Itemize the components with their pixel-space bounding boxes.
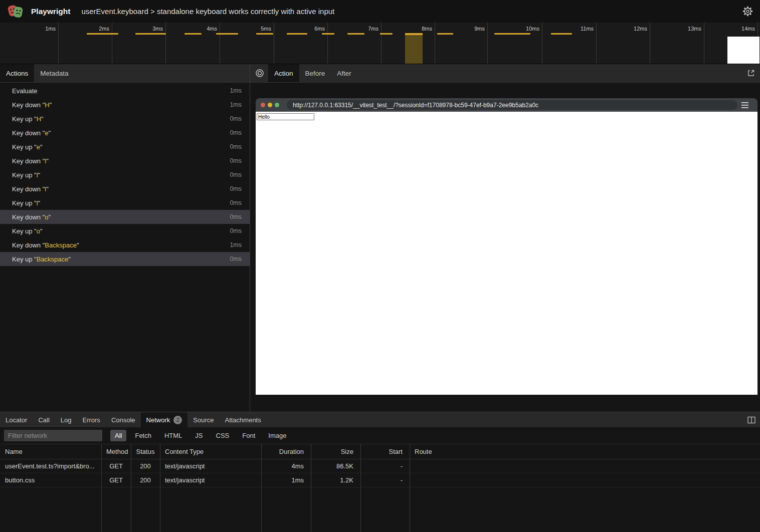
action-row[interactable]: Key down "e" 0ms xyxy=(0,126,250,140)
action-label: Evaluate "" xyxy=(12,87,38,95)
timeline-action-tick[interactable] xyxy=(437,33,453,35)
network-cell: text/javascript xyxy=(160,462,261,470)
tab-locator[interactable]: Locator xyxy=(0,412,33,427)
network-cell: 200 xyxy=(131,462,160,470)
playwright-logo-icon xyxy=(7,4,25,20)
tab-call[interactable]: Call xyxy=(33,412,55,427)
action-duration: 0ms xyxy=(230,199,242,206)
action-row[interactable]: Key up "l" 0ms xyxy=(0,168,250,182)
action-row[interactable]: Key down "Backspace" 1ms xyxy=(0,238,250,252)
column-divider xyxy=(261,444,262,532)
filter-chip-fetch[interactable]: Fetch xyxy=(130,430,156,441)
action-row[interactable]: Key up "Backspace" 0ms xyxy=(0,252,250,266)
filter-chip-all[interactable]: All xyxy=(110,430,126,441)
tab-source[interactable]: Source xyxy=(187,412,219,427)
timeline-action-tick[interactable] xyxy=(322,33,334,35)
snapshot-area: http://127.0.0.1:63315/__vitest_test__/?… xyxy=(250,83,760,412)
timeline-selected-range[interactable] xyxy=(405,33,423,64)
action-row[interactable]: Evaluate "" 1ms xyxy=(0,84,250,98)
action-label: Key up "l" xyxy=(12,171,40,179)
tab-console[interactable]: Console xyxy=(106,412,141,427)
action-label: Key up "e" xyxy=(12,143,43,151)
column-header-status: Status xyxy=(131,448,160,455)
open-external-icon[interactable] xyxy=(747,64,760,82)
tab-after[interactable]: After xyxy=(331,64,357,82)
tab-metadata[interactable]: Metadata xyxy=(34,64,74,82)
traffic-light-yellow-icon xyxy=(268,103,272,107)
timeline-gridline xyxy=(704,23,704,64)
filter-chip-css[interactable]: CSS xyxy=(212,430,234,441)
timeline-action-tick[interactable] xyxy=(287,33,307,35)
action-duration: 1ms xyxy=(230,101,242,108)
timeline-gridline xyxy=(274,23,274,64)
action-row[interactable]: Key up "H" 0ms xyxy=(0,112,250,126)
action-row[interactable]: Key down "l" 0ms xyxy=(0,182,250,196)
actions-tabbar: ActionsMetadata xyxy=(0,64,250,83)
timeline-gridline xyxy=(165,23,166,64)
filter-chip-js[interactable]: JS xyxy=(191,430,207,441)
timeline-action-tick[interactable] xyxy=(380,33,393,35)
pick-locator-icon[interactable] xyxy=(253,64,268,82)
tab-network[interactable]: Network 2 xyxy=(141,412,188,427)
network-cell: GET xyxy=(101,462,131,470)
tab-actions[interactable]: Actions xyxy=(0,64,34,82)
action-row[interactable]: Key up "e" 0ms xyxy=(0,140,250,154)
timeline-time-label: 12ms xyxy=(634,26,647,32)
column-divider xyxy=(311,444,311,532)
action-duration: 0ms xyxy=(230,157,242,164)
action-row[interactable]: Key down "H" 1ms xyxy=(0,98,250,112)
action-label: Key down "Backspace" xyxy=(12,241,79,249)
snapshot-page xyxy=(256,112,757,395)
timeline-strip[interactable]: 1ms2ms3ms4ms5ms6ms7ms8ms9ms10ms11ms12ms1… xyxy=(0,23,760,64)
network-table: NameMethodStatusContent TypeDurationSize… xyxy=(0,444,760,532)
tab-attachments[interactable]: Attachments xyxy=(219,412,266,427)
column-header-method: Method xyxy=(101,448,131,455)
action-label: Key down "l" xyxy=(12,157,49,165)
timeline-action-tick[interactable] xyxy=(494,33,530,35)
filter-chip-image[interactable]: Image xyxy=(264,430,291,441)
settings-gear-icon[interactable] xyxy=(742,6,753,17)
tab-log[interactable]: Log xyxy=(55,412,77,427)
tab-action[interactable]: Action xyxy=(268,64,299,82)
browser-chrome-bar: http://127.0.0.1:63315/__vitest_test__/?… xyxy=(256,98,757,112)
timeline-gridline xyxy=(112,23,112,64)
network-table-header: NameMethodStatusContent TypeDurationSize… xyxy=(0,444,760,459)
timeline-action-tick[interactable] xyxy=(135,33,166,35)
timeline-gridline xyxy=(435,23,435,64)
timeline-action-tick[interactable] xyxy=(347,33,364,35)
timeline-action-tick[interactable] xyxy=(184,33,202,35)
main-split: ActionsMetadata Evaluate "" 1ms Key down… xyxy=(0,64,760,412)
timeline-action-tick[interactable] xyxy=(216,33,238,35)
network-cell: 200 xyxy=(131,476,160,484)
action-row[interactable]: Key down "l" 0ms xyxy=(0,154,250,168)
app-title: Playwright xyxy=(31,7,70,16)
timeline-action-tick[interactable] xyxy=(87,33,118,35)
action-label: Key up "o" xyxy=(12,227,43,235)
timeline-film-thumbnail[interactable] xyxy=(727,37,759,64)
network-cell: GET xyxy=(101,476,131,484)
action-row[interactable]: Key down "o" 0ms xyxy=(0,210,250,224)
tab-errors[interactable]: Errors xyxy=(77,412,105,427)
network-row[interactable]: userEvent.test.ts?import&bro...GET200tex… xyxy=(0,459,760,473)
column-header-route: Route xyxy=(410,448,760,455)
page-text-input[interactable] xyxy=(257,113,314,120)
address-bar: http://127.0.0.1:63315/__vitest_test__/?… xyxy=(287,100,737,110)
timeline-action-tick[interactable] xyxy=(256,33,273,35)
network-row[interactable]: button.cssGET200text/javascript1ms1.2K- xyxy=(0,473,760,487)
filter-chip-font[interactable]: Font xyxy=(238,430,260,441)
timeline-gridline xyxy=(650,23,650,64)
action-duration: 1ms xyxy=(230,241,242,248)
action-row[interactable]: Key up "l" 0ms xyxy=(0,196,250,210)
timeline-time-label: 13ms xyxy=(688,26,701,32)
timeline-time-label: 11ms xyxy=(581,26,594,32)
timeline-time-label: 10ms xyxy=(526,26,539,32)
timeline-action-tick[interactable] xyxy=(551,33,572,35)
browser-window: http://127.0.0.1:63315/__vitest_test__/?… xyxy=(256,98,757,395)
filter-chip-html[interactable]: HTML xyxy=(160,430,186,441)
layout-columns-icon[interactable] xyxy=(747,412,760,427)
action-row[interactable]: Key up "o" 0ms xyxy=(0,224,250,238)
tab-before[interactable]: Before xyxy=(299,64,331,82)
timeline-time-label: 3ms xyxy=(152,26,163,32)
timeline-time-label: 1ms xyxy=(45,26,56,32)
filter-network-input[interactable] xyxy=(4,430,102,441)
